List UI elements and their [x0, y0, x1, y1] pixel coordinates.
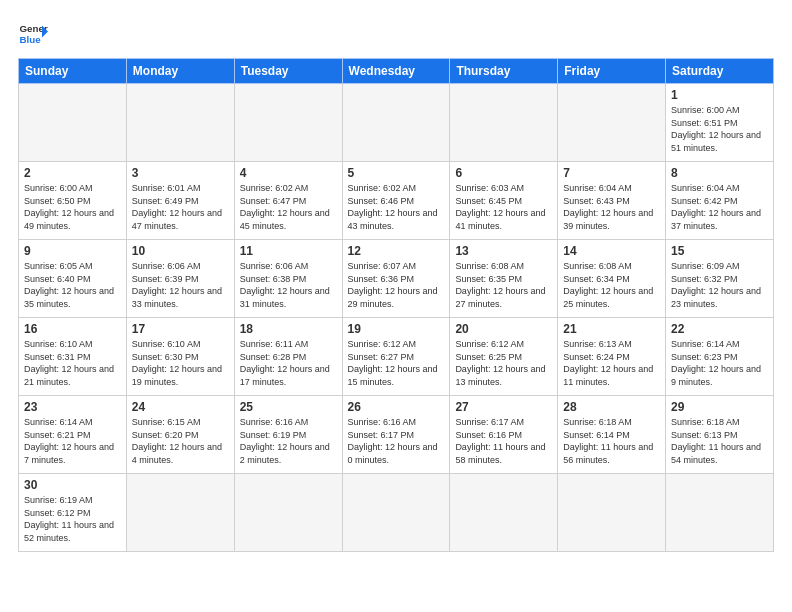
- day-cell-5: 5Sunrise: 6:02 AMSunset: 6:46 PMDaylight…: [342, 162, 450, 240]
- calendar: SundayMondayTuesdayWednesdayThursdayFrid…: [18, 58, 774, 552]
- day-info: Sunrise: 6:00 AMSunset: 6:50 PMDaylight:…: [24, 182, 121, 232]
- day-info: Sunrise: 6:09 AMSunset: 6:32 PMDaylight:…: [671, 260, 768, 310]
- day-info: Sunrise: 6:00 AMSunset: 6:51 PMDaylight:…: [671, 104, 768, 154]
- empty-cell: [234, 474, 342, 552]
- day-cell-7: 7Sunrise: 6:04 AMSunset: 6:43 PMDaylight…: [558, 162, 666, 240]
- day-number: 12: [348, 244, 445, 258]
- day-cell-29: 29Sunrise: 6:18 AMSunset: 6:13 PMDayligh…: [666, 396, 774, 474]
- empty-cell: [19, 84, 127, 162]
- day-cell-22: 22Sunrise: 6:14 AMSunset: 6:23 PMDayligh…: [666, 318, 774, 396]
- day-number: 26: [348, 400, 445, 414]
- day-cell-20: 20Sunrise: 6:12 AMSunset: 6:25 PMDayligh…: [450, 318, 558, 396]
- empty-cell: [558, 84, 666, 162]
- empty-cell: [666, 474, 774, 552]
- day-cell-8: 8Sunrise: 6:04 AMSunset: 6:42 PMDaylight…: [666, 162, 774, 240]
- day-info: Sunrise: 6:03 AMSunset: 6:45 PMDaylight:…: [455, 182, 552, 232]
- day-cell-26: 26Sunrise: 6:16 AMSunset: 6:17 PMDayligh…: [342, 396, 450, 474]
- day-info: Sunrise: 6:07 AMSunset: 6:36 PMDaylight:…: [348, 260, 445, 310]
- day-info: Sunrise: 6:06 AMSunset: 6:38 PMDaylight:…: [240, 260, 337, 310]
- day-info: Sunrise: 6:15 AMSunset: 6:20 PMDaylight:…: [132, 416, 229, 466]
- day-info: Sunrise: 6:02 AMSunset: 6:47 PMDaylight:…: [240, 182, 337, 232]
- day-number: 9: [24, 244, 121, 258]
- day-number: 6: [455, 166, 552, 180]
- day-info: Sunrise: 6:18 AMSunset: 6:13 PMDaylight:…: [671, 416, 768, 466]
- day-cell-6: 6Sunrise: 6:03 AMSunset: 6:45 PMDaylight…: [450, 162, 558, 240]
- day-cell-18: 18Sunrise: 6:11 AMSunset: 6:28 PMDayligh…: [234, 318, 342, 396]
- day-info: Sunrise: 6:04 AMSunset: 6:42 PMDaylight:…: [671, 182, 768, 232]
- day-info: Sunrise: 6:17 AMSunset: 6:16 PMDaylight:…: [455, 416, 552, 466]
- empty-cell: [126, 84, 234, 162]
- day-cell-25: 25Sunrise: 6:16 AMSunset: 6:19 PMDayligh…: [234, 396, 342, 474]
- day-number: 1: [671, 88, 768, 102]
- empty-cell: [342, 474, 450, 552]
- day-info: Sunrise: 6:10 AMSunset: 6:31 PMDaylight:…: [24, 338, 121, 388]
- empty-cell: [450, 474, 558, 552]
- day-number: 8: [671, 166, 768, 180]
- day-number: 23: [24, 400, 121, 414]
- weekday-header-tuesday: Tuesday: [234, 59, 342, 84]
- logo-icon: General Blue: [18, 18, 48, 48]
- day-cell-11: 11Sunrise: 6:06 AMSunset: 6:38 PMDayligh…: [234, 240, 342, 318]
- day-info: Sunrise: 6:18 AMSunset: 6:14 PMDaylight:…: [563, 416, 660, 466]
- day-cell-10: 10Sunrise: 6:06 AMSunset: 6:39 PMDayligh…: [126, 240, 234, 318]
- weekday-header-saturday: Saturday: [666, 59, 774, 84]
- day-info: Sunrise: 6:19 AMSunset: 6:12 PMDaylight:…: [24, 494, 121, 544]
- day-cell-2: 2Sunrise: 6:00 AMSunset: 6:50 PMDaylight…: [19, 162, 127, 240]
- day-cell-27: 27Sunrise: 6:17 AMSunset: 6:16 PMDayligh…: [450, 396, 558, 474]
- day-info: Sunrise: 6:11 AMSunset: 6:28 PMDaylight:…: [240, 338, 337, 388]
- weekday-header-thursday: Thursday: [450, 59, 558, 84]
- day-number: 10: [132, 244, 229, 258]
- day-cell-4: 4Sunrise: 6:02 AMSunset: 6:47 PMDaylight…: [234, 162, 342, 240]
- day-number: 5: [348, 166, 445, 180]
- weekday-header-wednesday: Wednesday: [342, 59, 450, 84]
- day-number: 28: [563, 400, 660, 414]
- day-info: Sunrise: 6:12 AMSunset: 6:27 PMDaylight:…: [348, 338, 445, 388]
- weekday-header-sunday: Sunday: [19, 59, 127, 84]
- day-cell-9: 9Sunrise: 6:05 AMSunset: 6:40 PMDaylight…: [19, 240, 127, 318]
- day-info: Sunrise: 6:06 AMSunset: 6:39 PMDaylight:…: [132, 260, 229, 310]
- day-number: 15: [671, 244, 768, 258]
- day-info: Sunrise: 6:01 AMSunset: 6:49 PMDaylight:…: [132, 182, 229, 232]
- day-info: Sunrise: 6:10 AMSunset: 6:30 PMDaylight:…: [132, 338, 229, 388]
- day-number: 17: [132, 322, 229, 336]
- day-number: 22: [671, 322, 768, 336]
- day-cell-19: 19Sunrise: 6:12 AMSunset: 6:27 PMDayligh…: [342, 318, 450, 396]
- day-info: Sunrise: 6:08 AMSunset: 6:35 PMDaylight:…: [455, 260, 552, 310]
- day-cell-21: 21Sunrise: 6:13 AMSunset: 6:24 PMDayligh…: [558, 318, 666, 396]
- day-cell-13: 13Sunrise: 6:08 AMSunset: 6:35 PMDayligh…: [450, 240, 558, 318]
- day-number: 11: [240, 244, 337, 258]
- weekday-header-monday: Monday: [126, 59, 234, 84]
- day-number: 20: [455, 322, 552, 336]
- empty-cell: [342, 84, 450, 162]
- header: General Blue: [18, 18, 774, 48]
- day-number: 25: [240, 400, 337, 414]
- day-cell-23: 23Sunrise: 6:14 AMSunset: 6:21 PMDayligh…: [19, 396, 127, 474]
- day-number: 27: [455, 400, 552, 414]
- day-cell-30: 30Sunrise: 6:19 AMSunset: 6:12 PMDayligh…: [19, 474, 127, 552]
- day-number: 24: [132, 400, 229, 414]
- empty-cell: [126, 474, 234, 552]
- day-cell-1: 1Sunrise: 6:00 AMSunset: 6:51 PMDaylight…: [666, 84, 774, 162]
- day-cell-14: 14Sunrise: 6:08 AMSunset: 6:34 PMDayligh…: [558, 240, 666, 318]
- logo: General Blue: [18, 18, 48, 48]
- empty-cell: [234, 84, 342, 162]
- day-cell-12: 12Sunrise: 6:07 AMSunset: 6:36 PMDayligh…: [342, 240, 450, 318]
- empty-cell: [450, 84, 558, 162]
- day-info: Sunrise: 6:08 AMSunset: 6:34 PMDaylight:…: [563, 260, 660, 310]
- page: General Blue SundayMondayTuesdayWednesda…: [0, 0, 792, 612]
- day-number: 16: [24, 322, 121, 336]
- day-info: Sunrise: 6:05 AMSunset: 6:40 PMDaylight:…: [24, 260, 121, 310]
- day-number: 29: [671, 400, 768, 414]
- day-number: 19: [348, 322, 445, 336]
- weekday-header-friday: Friday: [558, 59, 666, 84]
- day-cell-17: 17Sunrise: 6:10 AMSunset: 6:30 PMDayligh…: [126, 318, 234, 396]
- day-number: 18: [240, 322, 337, 336]
- day-info: Sunrise: 6:12 AMSunset: 6:25 PMDaylight:…: [455, 338, 552, 388]
- day-cell-16: 16Sunrise: 6:10 AMSunset: 6:31 PMDayligh…: [19, 318, 127, 396]
- day-info: Sunrise: 6:13 AMSunset: 6:24 PMDaylight:…: [563, 338, 660, 388]
- day-number: 13: [455, 244, 552, 258]
- day-info: Sunrise: 6:02 AMSunset: 6:46 PMDaylight:…: [348, 182, 445, 232]
- day-info: Sunrise: 6:14 AMSunset: 6:23 PMDaylight:…: [671, 338, 768, 388]
- day-info: Sunrise: 6:16 AMSunset: 6:17 PMDaylight:…: [348, 416, 445, 466]
- day-number: 2: [24, 166, 121, 180]
